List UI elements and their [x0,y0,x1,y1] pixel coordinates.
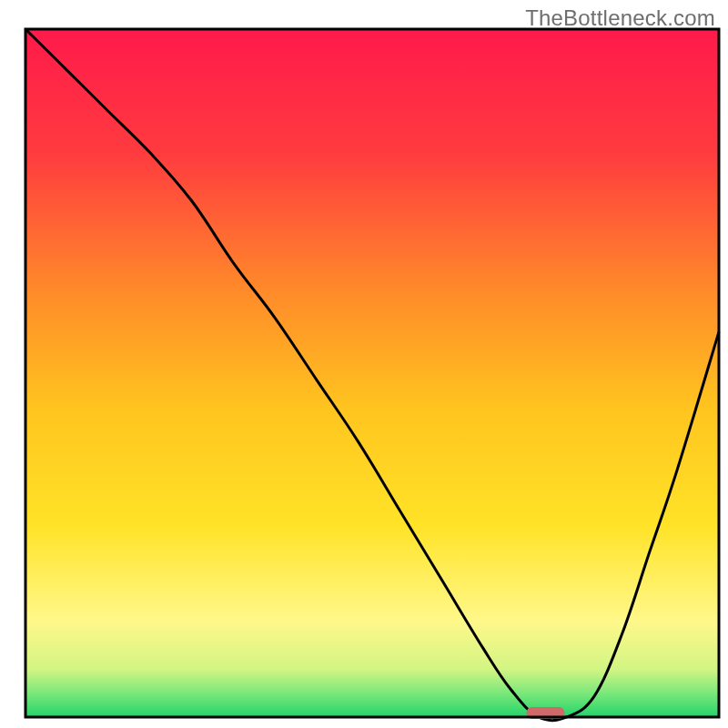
watermark-label: TheBottleneck.com [525,5,715,31]
bottleneck-chart [0,0,728,728]
chart-container: TheBottleneck.com [0,0,728,728]
